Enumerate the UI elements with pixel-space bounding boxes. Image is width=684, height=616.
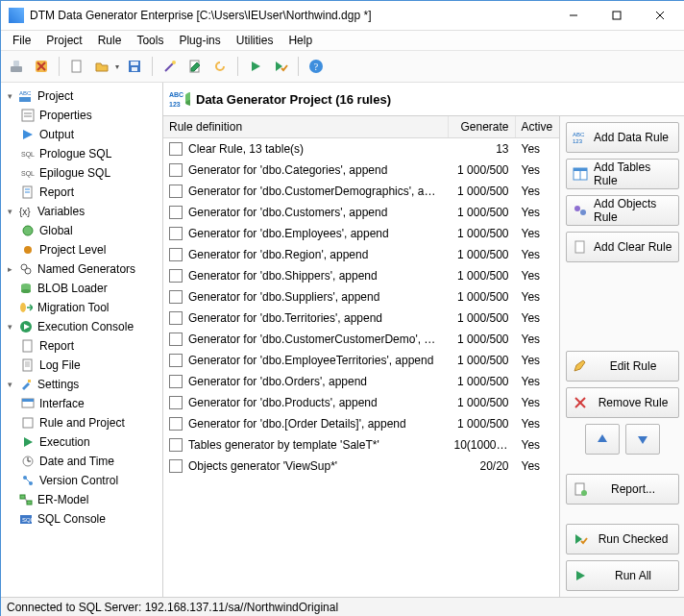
checkbox[interactable] xyxy=(169,396,183,409)
tree-execution-console[interactable]: ▾ Execution Console xyxy=(3,317,160,336)
checkbox[interactable] xyxy=(169,227,183,240)
disconnect-icon[interactable] xyxy=(30,55,53,78)
tree-settings[interactable]: ▾ Settings xyxy=(3,375,160,394)
collapse-icon[interactable]: ▸ xyxy=(5,264,14,274)
table-row[interactable]: Generator for 'dbo.Categories', append1 … xyxy=(163,160,560,181)
table-row[interactable]: Generator for 'dbo.Suppliers', append1 0… xyxy=(163,286,560,308)
checkbox[interactable] xyxy=(169,269,183,283)
tree-report[interactable]: Report xyxy=(3,183,160,202)
col-definition[interactable]: Rule definition xyxy=(163,116,448,138)
menu-plugins[interactable]: Plug-ins xyxy=(171,32,228,49)
refresh-icon[interactable] xyxy=(208,55,232,78)
tree-prologue[interactable]: SQL Prologue SQL xyxy=(3,144,160,163)
expand-icon[interactable]: ▾ xyxy=(5,91,14,101)
checkbox[interactable] xyxy=(169,459,183,473)
checkbox[interactable] xyxy=(169,354,183,367)
output-icon xyxy=(20,127,36,142)
menu-rule[interactable]: Rule xyxy=(90,32,130,49)
add-objects-rule-button[interactable]: Add Objects Rule xyxy=(566,195,679,226)
new-icon[interactable] xyxy=(65,55,88,78)
menu-file[interactable]: File xyxy=(5,32,38,49)
remove-rule-button[interactable]: Remove Rule xyxy=(566,387,679,418)
run-icon[interactable] xyxy=(244,55,267,78)
table-row[interactable]: Generator for 'dbo.Orders', append1 000/… xyxy=(163,371,560,392)
table-row[interactable]: Objects generator 'ViewSup*'20/20Yes xyxy=(163,456,560,477)
tree-ec-log[interactable]: Log File xyxy=(3,356,160,375)
menu-help[interactable]: Help xyxy=(281,32,320,49)
tree-version-control[interactable]: Version Control xyxy=(3,471,160,490)
tree-migration-tool[interactable]: Migration Tool xyxy=(3,298,160,317)
wizard-icon[interactable] xyxy=(159,55,182,78)
tree-rule-project[interactable]: Rule and Project xyxy=(3,413,160,432)
table-row[interactable]: Generator for 'dbo.[Order Details]', app… xyxy=(163,413,560,434)
tree-interface[interactable]: Interface xyxy=(3,394,160,413)
run-checked-button[interactable]: Run Checked xyxy=(566,524,679,554)
menu-utilities[interactable]: Utilities xyxy=(229,32,281,49)
expand-icon[interactable]: ▾ xyxy=(5,380,14,389)
table-row[interactable]: Generator for 'dbo.CustomerDemographics'… xyxy=(163,181,560,202)
checkbox[interactable] xyxy=(169,311,183,325)
table-row[interactable]: Generator for 'dbo.CustomerCustomerDemo'… xyxy=(163,329,560,350)
maximize-button[interactable] xyxy=(595,2,638,29)
tree-project[interactable]: ▾ ABC Project xyxy=(3,86,160,106)
tree-er-model[interactable]: ER-Model xyxy=(3,490,160,509)
checkbox[interactable] xyxy=(169,163,183,177)
table-row[interactable]: Generator for 'dbo.Territories', append1… xyxy=(163,308,560,329)
checkbox[interactable] xyxy=(169,206,183,219)
run-all-button[interactable]: Run All xyxy=(566,560,679,591)
report-button[interactable]: Report... xyxy=(566,474,679,505)
table-row[interactable]: Generator for 'dbo.Shippers', append1 00… xyxy=(163,265,560,286)
checkbox[interactable] xyxy=(169,248,183,261)
tree-ec-report[interactable]: Report xyxy=(3,336,160,356)
rules-grid[interactable]: Rule definition Generate Active Note Cle… xyxy=(163,116,560,597)
objects-icon xyxy=(573,203,588,218)
close-button[interactable] xyxy=(638,2,681,29)
expand-icon[interactable]: ▾ xyxy=(5,207,14,216)
minimize-button[interactable] xyxy=(551,2,595,29)
col-active[interactable]: Active xyxy=(515,116,560,138)
checkbox[interactable] xyxy=(169,142,183,156)
menu-project[interactable]: Project xyxy=(38,32,89,49)
tree-variables[interactable]: ▾ {x} Variables xyxy=(3,202,160,221)
tree-global[interactable]: Global xyxy=(3,221,160,240)
checkbox[interactable] xyxy=(169,375,183,388)
checkbox[interactable] xyxy=(169,290,183,304)
checkbox[interactable] xyxy=(169,333,183,346)
table-row[interactable]: Generator for 'dbo.Employees', append1 0… xyxy=(163,223,560,244)
menu-tools[interactable]: Tools xyxy=(129,32,171,49)
tree-execution[interactable]: Execution xyxy=(3,432,160,452)
connect-icon[interactable] xyxy=(5,55,28,78)
table-row[interactable]: Generator for 'dbo.Products', append1 00… xyxy=(163,392,560,413)
help-icon[interactable]: ? xyxy=(305,55,328,78)
tree-blob-loader[interactable]: BLOB Loader xyxy=(3,279,160,298)
table-row[interactable]: Generator for 'dbo.EmployeeTerritories',… xyxy=(163,350,560,371)
settings-icon xyxy=(18,377,34,392)
add-data-rule-button[interactable]: ABC123 Add Data Rule xyxy=(566,122,679,153)
table-row[interactable]: Tables generator by template 'SaleT*'10(… xyxy=(163,434,560,456)
open-dropdown[interactable]: ▾ xyxy=(113,56,121,77)
table-row[interactable]: Generator for 'dbo.Region', append1 000/… xyxy=(163,244,560,265)
open-icon[interactable] xyxy=(90,55,113,78)
edit-rule-button[interactable]: Edit Rule xyxy=(566,351,679,382)
move-up-button[interactable] xyxy=(585,424,620,455)
add-clear-rule-button[interactable]: Add Clear Rule xyxy=(566,232,679,262)
tree-properties[interactable]: Properties xyxy=(3,106,160,125)
run-checked-icon[interactable] xyxy=(269,55,292,78)
tree-date-time[interactable]: Date and Time xyxy=(3,452,160,471)
tree-sql-console[interactable]: SQL SQL Console xyxy=(3,509,160,529)
save-icon[interactable] xyxy=(123,55,146,78)
col-generate[interactable]: Generate xyxy=(448,116,515,138)
add-tables-rule-button[interactable]: Add Tables Rule xyxy=(566,159,679,189)
expand-icon[interactable]: ▾ xyxy=(5,322,14,332)
tree-output[interactable]: Output xyxy=(3,125,160,144)
tree-epilogue[interactable]: SQL Epilogue SQL xyxy=(3,163,160,183)
checkbox[interactable] xyxy=(169,417,183,431)
checkbox[interactable] xyxy=(169,438,183,452)
table-row[interactable]: Generator for 'dbo.Customers', append1 0… xyxy=(163,202,560,223)
edit-rule-icon[interactable] xyxy=(183,55,207,78)
tree-project-level[interactable]: Project Level xyxy=(3,240,160,259)
table-row[interactable]: Clear Rule, 13 table(s)13Yes xyxy=(163,138,560,160)
move-down-button[interactable] xyxy=(625,424,660,455)
tree-named-generators[interactable]: ▸ Named Generators xyxy=(3,259,160,279)
checkbox[interactable] xyxy=(169,185,183,198)
